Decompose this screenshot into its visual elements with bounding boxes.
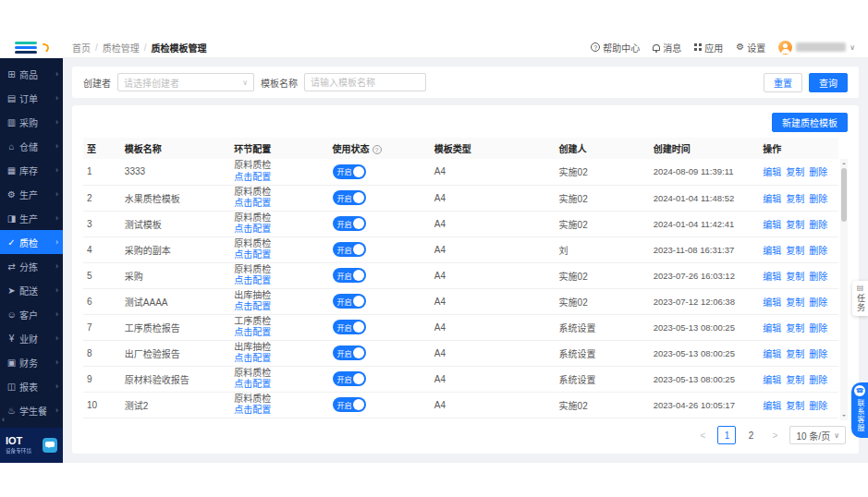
- delete-link[interactable]: 删除: [809, 349, 827, 359]
- creator-select-placeholder: 请选择创建者: [124, 76, 179, 90]
- delete-link[interactable]: 删除: [809, 272, 827, 282]
- delete-link[interactable]: 删除: [809, 323, 827, 333]
- config-link[interactable]: 点击配置: [234, 249, 324, 261]
- apps-button[interactable]: 应用: [694, 41, 723, 55]
- info-icon[interactable]: [373, 145, 382, 154]
- page-1-button[interactable]: 1: [717, 426, 736, 444]
- template-name-input[interactable]: [305, 74, 425, 91]
- gear-icon: ⚙: [736, 42, 744, 52]
- sidebar-item-15[interactable]: ♨ 学生餐 ›: [0, 398, 63, 422]
- sidebar-item-12[interactable]: ¥ 业财 ›: [0, 326, 63, 350]
- status-toggle[interactable]: 开启: [333, 345, 366, 360]
- sidebar-item-1[interactable]: ⊞ 商品 ›: [0, 62, 63, 86]
- row-template-type: A4: [431, 314, 556, 340]
- config-link[interactable]: 点击配置: [234, 275, 324, 287]
- delete-link[interactable]: 删除: [809, 246, 827, 256]
- sidebar-item-4[interactable]: ⌂ 仓储 ›: [0, 134, 63, 158]
- sidebar: ⊞ 商品 › ▤ 订单 › ▥ 采购 › ⌂ 仓储 › ▦ 库存 › ⚙ 生产 …: [0, 37, 63, 463]
- delete-link[interactable]: 删除: [809, 220, 827, 230]
- search-button[interactable]: 查询: [809, 73, 848, 92]
- delete-link[interactable]: 删除: [809, 401, 827, 411]
- edit-link[interactable]: 编辑: [763, 194, 781, 204]
- row-status: 开启: [329, 314, 431, 340]
- prev-page-button[interactable]: <: [693, 426, 712, 444]
- status-toggle[interactable]: 开启: [333, 164, 366, 179]
- edit-link[interactable]: 编辑: [763, 167, 781, 177]
- status-toggle[interactable]: 开启: [333, 371, 366, 386]
- float-task-tab[interactable]: ▤ 任务: [852, 281, 868, 316]
- status-toggle[interactable]: 开启: [333, 242, 366, 257]
- config-link[interactable]: 点击配置: [234, 224, 324, 236]
- reset-button[interactable]: 重置: [764, 73, 802, 92]
- edit-link[interactable]: 编辑: [763, 297, 781, 308]
- scrollbar-thumb[interactable]: [841, 168, 847, 222]
- edit-link[interactable]: 编辑: [763, 220, 781, 230]
- creator-select[interactable]: 请选择创建者 ∨: [117, 73, 254, 91]
- breadcrumb-item[interactable]: 首页: [72, 41, 91, 55]
- config-link[interactable]: 点击配置: [234, 405, 324, 417]
- next-page-button[interactable]: >: [765, 426, 784, 444]
- sidebar-item-3[interactable]: ▥ 采购 ›: [0, 110, 63, 134]
- breadcrumb-separator: /: [95, 42, 98, 53]
- page-size-select[interactable]: 10 条/页 ∨: [789, 426, 846, 444]
- copy-link[interactable]: 复制: [786, 375, 804, 385]
- copy-link[interactable]: 复制: [786, 349, 804, 359]
- delete-link[interactable]: 删除: [809, 375, 827, 385]
- breadcrumb-item[interactable]: 质检管理: [103, 41, 140, 55]
- sidebar-item-5[interactable]: ▦ 库存 ›: [0, 158, 63, 182]
- status-toggle[interactable]: 开启: [333, 190, 366, 205]
- config-link[interactable]: 点击配置: [234, 198, 324, 210]
- quality-icon: ✓: [6, 237, 17, 248]
- table-scrollbar[interactable]: [840, 159, 848, 420]
- template-name-label: 模板名称: [261, 76, 298, 90]
- bell-icon: [653, 44, 660, 51]
- edit-link[interactable]: 编辑: [763, 401, 781, 411]
- sidebar-item-10[interactable]: ➤ 配送 ›: [0, 278, 63, 302]
- edit-link[interactable]: 编辑: [763, 323, 781, 333]
- edit-link[interactable]: 编辑: [763, 246, 781, 256]
- row-created-time: 2023-07-12 12:06:38: [650, 288, 759, 314]
- status-toggle[interactable]: 开启: [333, 294, 366, 309]
- status-toggle[interactable]: 开启: [333, 216, 366, 231]
- status-toggle[interactable]: 开启: [333, 397, 366, 412]
- edit-link[interactable]: 编辑: [763, 272, 781, 282]
- copy-link[interactable]: 复制: [786, 167, 804, 177]
- delete-link[interactable]: 删除: [809, 297, 827, 308]
- sidebar-item-13[interactable]: ▣ 财务 ›: [0, 350, 63, 374]
- sidebar-item-11[interactable]: ☺ 客户 ›: [0, 302, 63, 326]
- copy-link[interactable]: 复制: [786, 272, 804, 282]
- settings-button[interactable]: ⚙ 设置: [736, 41, 765, 55]
- copy-link[interactable]: 复制: [786, 297, 804, 308]
- copy-link[interactable]: 复制: [786, 220, 804, 230]
- config-link[interactable]: 点击配置: [234, 379, 324, 391]
- sidebar-item-2[interactable]: ▤ 订单 ›: [0, 86, 63, 110]
- sidebar-scroll-arrow-icon[interactable]: ‹: [2, 416, 5, 424]
- messages-button[interactable]: 消息: [653, 41, 681, 55]
- sidebar-item-14[interactable]: ◫ 报表 ›: [0, 374, 63, 398]
- user-menu[interactable]: ∨: [778, 41, 855, 55]
- copy-link[interactable]: 复制: [786, 401, 804, 411]
- sidebar-item-8[interactable]: ✓ 质检 ›: [0, 230, 63, 254]
- edit-link[interactable]: 编辑: [763, 375, 781, 385]
- chat-bubble-icon[interactable]: [43, 438, 57, 453]
- new-template-button[interactable]: 新建质检模板: [772, 113, 848, 132]
- page-2-button[interactable]: 2: [741, 426, 760, 444]
- sidebar-item-9[interactable]: ⇄ 分拣 ›: [0, 254, 63, 278]
- edit-link[interactable]: 编辑: [763, 349, 781, 359]
- sidebar-item-7[interactable]: ◨ 生产 ›: [0, 206, 63, 230]
- row-operations: 编辑复制删除: [759, 314, 838, 340]
- config-link[interactable]: 点击配置: [234, 172, 324, 184]
- copy-link[interactable]: 复制: [786, 246, 804, 256]
- copy-link[interactable]: 复制: [786, 323, 804, 333]
- config-link[interactable]: 点击配置: [234, 301, 324, 313]
- help-center-button[interactable]: 帮助中心: [591, 41, 640, 55]
- delete-link[interactable]: 删除: [809, 194, 827, 204]
- delete-link[interactable]: 删除: [809, 167, 827, 177]
- status-toggle[interactable]: 开启: [333, 320, 366, 334]
- status-toggle[interactable]: 开启: [333, 268, 366, 283]
- sidebar-item-6[interactable]: ⚙ 生产 ›: [0, 182, 63, 206]
- config-link[interactable]: 点击配置: [234, 327, 324, 339]
- config-link[interactable]: 点击配置: [234, 353, 324, 365]
- float-service-tab[interactable]: 联系客服: [851, 382, 868, 438]
- copy-link[interactable]: 复制: [786, 194, 804, 204]
